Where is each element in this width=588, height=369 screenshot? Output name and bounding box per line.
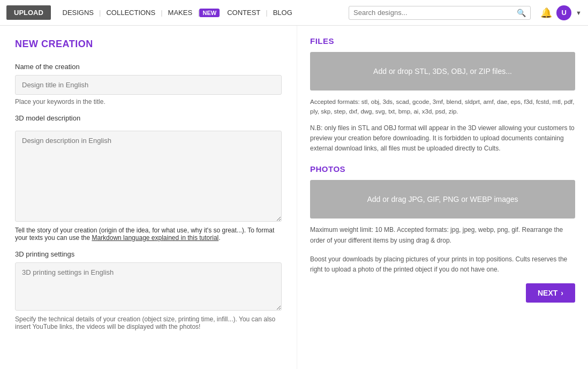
upload-button[interactable]: UPLOAD [6,5,51,20]
chevron-down-icon[interactable]: ▼ [576,10,582,16]
search-icon: 🔍 [517,9,526,17]
next-label: NEXT [538,289,557,297]
main-container: NEW CREATION Name of the creation Place … [0,26,588,369]
nav-collections[interactable]: COLLECTIONS [101,9,161,17]
new-badge: NEW [199,9,220,17]
files-title: FILES [310,36,575,46]
nav-blog[interactable]: BLOG [268,9,298,17]
next-arrow-icon: › [561,289,563,297]
photos-title: PHOTOS [310,164,575,174]
photos-drop-zone[interactable]: Add or drag JPG, GIF, PNG or WEBP images [310,180,575,219]
markdown-link[interactable]: Markdown language explained in this tuto… [92,234,218,242]
avatar[interactable]: U [556,5,571,20]
name-input[interactable] [15,75,282,95]
description-textarea[interactable] [15,131,282,222]
search-input[interactable] [353,9,514,17]
header: UPLOAD DESIGNS | COLLECTIONS | MAKES | N… [0,0,588,26]
photos-note-1: Maximum weight limit: 10 MB. Accepted fo… [310,225,575,245]
photos-note-2: Boost your downloads by placing pictures… [310,254,575,275]
nav-designs[interactable]: DESIGNS [57,9,100,17]
nav-contest[interactable]: CONTEST [222,9,266,17]
description-helper: Tell the story of your creation (origin … [15,227,282,242]
left-panel: NEW CREATION Name of the creation Place … [0,26,297,369]
name-helper: Place your keywords in the title. [15,98,282,106]
next-btn-container: NEXT › [310,283,575,303]
description-helper-end: . [218,234,220,242]
right-panel: FILES Add or drop STL, 3DS, OBJ, or ZIP … [297,26,588,369]
page-title: NEW CREATION [15,39,282,50]
files-note: N.B: only files in STL and OBJ format wi… [310,123,575,154]
settings-label: 3D printing settings [15,250,282,258]
bell-icon[interactable]: 🔔 [540,7,552,19]
search-area[interactable]: 🔍 [349,6,531,20]
description-label: 3D model description [15,114,282,122]
nav-links: DESIGNS | COLLECTIONS | MAKES | NEW CONT… [55,9,344,17]
settings-textarea[interactable] [15,262,282,311]
files-drop-zone[interactable]: Add or drop STL, 3DS, OBJ, or ZIP files.… [310,52,575,91]
settings-helper: Specify the technical details of your cr… [15,315,282,330]
accepted-formats: Accepted formats: stl, obj, 3ds, scad, g… [310,97,575,117]
nav-makes[interactable]: MAKES [163,9,198,17]
next-button[interactable]: NEXT › [526,283,575,303]
name-label: Name of the creation [15,63,282,71]
header-icons: 🔔 U ▼ [540,5,582,20]
